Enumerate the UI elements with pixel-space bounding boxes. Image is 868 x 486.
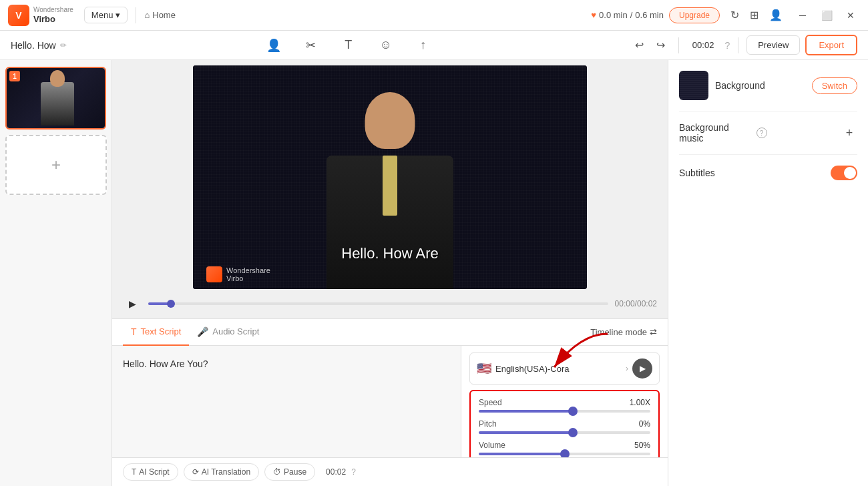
script-help-icon[interactable]: ?	[351, 467, 356, 477]
grid-icon[interactable]: ⊞	[750, 9, 758, 21]
volume-slider[interactable]	[479, 453, 650, 455]
logo-text: Wondershare Virbo	[33, 6, 73, 25]
secondary-toolbar: Hello. How ✏ 👤 ✂ T ☺ ↑ ↩ ↪ 00:02 ? Previ…	[0, 31, 868, 60]
pitch-label: Pitch	[479, 419, 497, 429]
toolbar-tools: 👤 ✂ T ☺ ↑	[67, 35, 630, 56]
progress-track[interactable]	[148, 302, 608, 305]
text-script-icon: T	[131, 326, 137, 337]
toolbar-right: ↩ ↪ 00:02 ? Preview Export	[630, 35, 857, 55]
toolbar-divider	[678, 37, 679, 53]
virbo-watermark: Wondershare Virbo	[206, 266, 270, 282]
preview-button[interactable]: Preview	[746, 35, 800, 55]
window-controls: ─ ⬜ ✕	[793, 6, 860, 25]
tab-audio-label: Audio Script	[212, 326, 259, 336]
pitch-slider-thumb[interactable]	[568, 428, 578, 437]
sticker-tool-icon[interactable]: ☺	[375, 35, 397, 56]
pitch-slider[interactable]	[479, 431, 650, 434]
upgrade-button[interactable]: Upgrade	[669, 7, 720, 23]
ai-script-icon: T	[132, 467, 136, 477]
add-music-button[interactable]: +	[841, 125, 857, 141]
volume-label: Volume	[479, 441, 505, 450]
slide-item-1[interactable]: 1	[5, 67, 106, 130]
script-text: Hello. How Are You?	[123, 356, 450, 371]
tab-text-label: Text Script	[141, 326, 182, 336]
export-button[interactable]: Export	[805, 35, 857, 55]
avatar-tool-icon[interactable]: 👤	[263, 35, 284, 56]
pause-label: Pause	[284, 467, 306, 477]
tab-text-script[interactable]: T Text Script	[123, 319, 189, 346]
minimize-button[interactable]: ─	[793, 6, 812, 25]
add-slide-icon: +	[51, 156, 61, 174]
toggle-knob	[844, 167, 856, 179]
speed-slider-thumb[interactable]	[568, 407, 578, 416]
topbar-icon-group: ↻ ⊞ 👤	[730, 9, 783, 21]
ai-script-button[interactable]: T AI Script	[123, 463, 178, 481]
play-button[interactable]: ▶	[123, 294, 142, 313]
edit-title-icon[interactable]: ✏	[60, 41, 67, 50]
subtitles-label: Subtitles	[679, 168, 831, 178]
home-label: Home	[152, 10, 176, 20]
bg-music-help-icon[interactable]: ?	[756, 128, 767, 138]
tab-audio-script[interactable]: 🎤 Audio Script	[189, 319, 267, 346]
play-voice-button[interactable]: ▶	[632, 358, 652, 379]
volume-slider-fill	[479, 453, 565, 455]
close-button[interactable]: ✕	[841, 6, 860, 25]
duration-total: 0.6 min	[635, 10, 664, 20]
app-logo-icon: V	[8, 5, 29, 26]
pitch-slider-fill	[479, 431, 573, 434]
volume-control-row: Volume 50%	[479, 441, 650, 455]
ai-translation-button[interactable]: ⟳ AI Translation	[184, 463, 259, 481]
user-icon[interactable]: 👤	[769, 9, 783, 21]
video-subtitle: Hello. How Are	[341, 245, 439, 262]
voice-selector[interactable]: 🇺🇸 English(USA)-Cora › ▶	[469, 352, 660, 385]
menu-chevron-icon: ▾	[116, 10, 120, 20]
bg-music-label: Background music	[679, 122, 754, 144]
add-slide-button[interactable]: +	[5, 135, 107, 195]
timeline-mode-toggle[interactable]: Timeline mode ⇄	[590, 327, 657, 337]
subtitles-toggle[interactable]	[831, 166, 857, 180]
menu-button[interactable]: Menu ▾	[84, 7, 128, 23]
progress-thumb[interactable]	[167, 300, 175, 308]
maximize-button[interactable]: ⬜	[817, 6, 836, 25]
background-music-section: Background music ? +	[679, 111, 857, 155]
slide-thumbnail-1	[7, 68, 106, 128]
speed-slider[interactable]	[479, 410, 650, 413]
ai-translation-label: AI Translation	[202, 467, 250, 477]
home-icon: ⌂	[144, 10, 150, 20]
audio-script-icon: 🎤	[197, 326, 208, 337]
home-button[interactable]: ⌂ Home	[144, 10, 176, 20]
video-frame: Hello. How Are Wondershare Virbo	[193, 65, 587, 289]
speed-slider-fill	[479, 410, 573, 413]
script-area: T Text Script 🎤 Audio Script Timeline mo…	[112, 318, 668, 486]
switch-background-button[interactable]: Switch	[812, 77, 857, 94]
volume-slider-thumb[interactable]	[560, 449, 570, 457]
time-display: 00:02	[687, 40, 720, 50]
speed-value: 1.00X	[630, 398, 650, 407]
help-icon[interactable]: ?	[724, 40, 730, 51]
script-tabs: T Text Script 🎤 Audio Script Timeline mo…	[112, 319, 668, 346]
pause-button[interactable]: ⏱ Pause	[264, 463, 315, 481]
project-title-text: Hello. How	[11, 40, 56, 51]
volume-label-row: Volume 50%	[479, 441, 650, 450]
undo-button[interactable]: ↩	[630, 36, 649, 55]
subtitles-section: Subtitles	[679, 155, 857, 191]
background-thumb-inner	[679, 71, 708, 100]
script-content: Hello. How Are You? 🇺🇸 English(USA)-Cora…	[112, 346, 668, 457]
volume-value: 50%	[634, 441, 650, 450]
toolbar-divider-2	[738, 37, 738, 53]
menu-label: Menu	[91, 10, 114, 20]
media-tool-icon[interactable]: ✂	[300, 35, 322, 56]
right-panel: Background Switch Background music ? + S…	[668, 60, 868, 486]
video-container: Hello. How Are Wondershare Virbo	[112, 60, 668, 289]
ai-translation-icon: ⟳	[192, 467, 199, 477]
topbar-divider	[136, 7, 136, 23]
main-area: 1 +	[0, 60, 868, 486]
pitch-value: 0%	[639, 419, 650, 429]
pitch-label-row: Pitch 0%	[479, 419, 650, 429]
heart-icon: ♥	[591, 10, 596, 20]
text-tool-icon[interactable]: T	[338, 35, 359, 56]
upload-tool-icon[interactable]: ↑	[413, 35, 434, 56]
redo-button[interactable]: ↪	[652, 36, 670, 55]
refresh-icon[interactable]: ↻	[730, 9, 739, 21]
speed-label: Speed	[479, 398, 502, 407]
